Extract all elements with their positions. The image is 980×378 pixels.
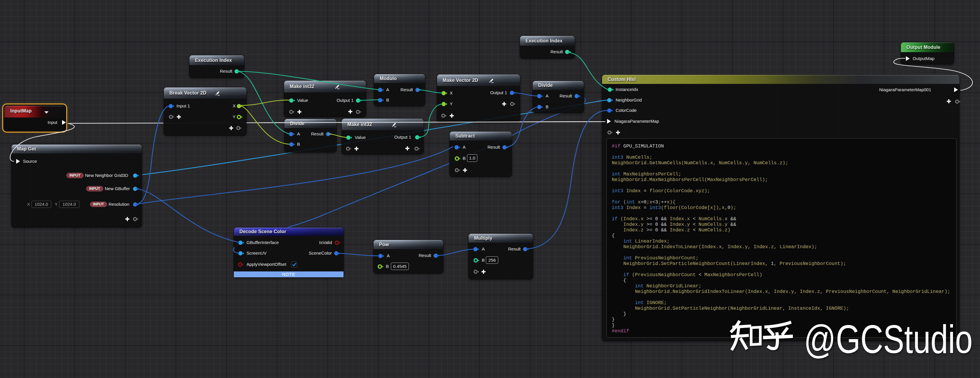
svg-text:@GCStudio: @GCStudio: [804, 317, 973, 362]
